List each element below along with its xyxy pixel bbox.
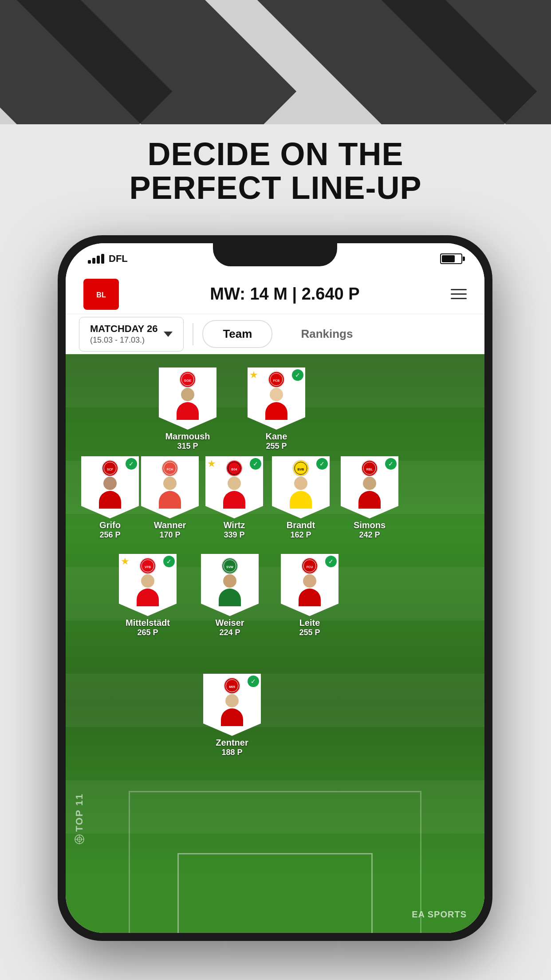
player-silhouette-wanner [159,477,181,509]
check-icon-wirtz: ✓ [250,458,261,470]
top11-text: TOP 11 [74,793,85,832]
ea-sports-logo: EA SPORTS [412,909,467,920]
svg-text:FCU: FCU [307,565,313,569]
player-silhouette-leite [299,574,321,606]
check-icon-kane: ✓ [292,369,303,381]
top11-label: TOP 11 [74,793,85,844]
player-card-zentner: M05 ✓ Zentner 188 P [197,674,268,757]
field-area: SGE Marmoush 315 P ★ [66,354,484,933]
player-points-weiser: 224 P [219,628,240,637]
headline-line1: DECIDE ON THE [0,138,551,171]
player-name-brandt: Brandt [287,520,315,530]
player-card-mittelstaedt: ★ VFB ✓ Mittelstädt 265 P [112,554,183,637]
player-silhouette-zentner [221,694,243,726]
player-silhouette-mittelstaedt [137,574,159,606]
club-logo-vfb: VFB [139,557,156,574]
tab-rankings[interactable]: Rankings [281,321,372,347]
card-badge-wanner: FCH [141,456,199,518]
player-card-brandt: BVB ✓ Brandt 162 P [265,456,336,540]
player-card-wanner: FCH Wanner 170 P [134,456,205,540]
player-points-simons: 242 P [359,530,380,540]
player-silhouette-kane [265,388,287,420]
player-name-zentner: Zentner [216,738,248,748]
player-card-kane: ★ FCB ✓ Kane 255 P [241,368,312,451]
player-card-simons: RBL ✓ Simons 242 P [334,456,405,540]
svg-text:SGE: SGE [184,379,192,383]
player-name-mittelstaedt: Mittelstädt [126,618,170,628]
card-badge-grifo: SCF ✓ [81,456,139,518]
ham-line-1 [451,289,467,290]
club-logo-rb: RBL [361,460,378,477]
notch [213,243,337,266]
signal-bar-1 [88,260,91,264]
hamburger-menu[interactable] [451,289,467,299]
svg-text:BL: BL [96,291,106,299]
player-card-wirtz: ★ B04 ✓ Wirtz 339 P [199,456,270,540]
star-icon-kane: ★ [249,369,258,381]
club-logo-werder: SVW [221,557,238,574]
status-left: DFL [88,253,128,265]
app-header: BL MW: 14 M | 2.640 P [66,274,484,314]
check-icon-brandt: ✓ [316,458,328,470]
star-icon-wirtz: ★ [207,458,216,470]
card-badge-wirtz: ★ B04 ✓ [205,456,263,518]
player-points-zentner: 188 P [221,748,242,757]
svg-text:FCB: FCB [273,379,279,382]
carrier-label: DFL [109,253,128,265]
player-name-leite: Leite [299,618,320,628]
signal-bars [88,254,104,264]
check-icon-zentner: ✓ [248,676,259,687]
player-card-leite: FCU ✓ Leite 255 P [274,554,345,637]
battery-icon [440,253,462,264]
player-card-weiser: SVW Weiser 224 P [194,554,265,637]
ham-line-2 [451,293,467,295]
ea-sports-text: EA SPORTS [412,909,467,919]
card-badge-marmoush: SGE [159,368,216,430]
player-silhouette-brandt [290,477,312,509]
card-badge-kane: ★ FCB ✓ [248,368,305,430]
card-badge-leite: FCU ✓ [281,554,338,616]
player-silhouette-grifo [99,477,121,509]
club-logo-bayern: FCB [268,371,285,388]
card-badge-mittelstaedt: ★ VFB ✓ [119,554,177,616]
player-points-kane: 255 P [266,442,287,451]
tab-row: MATCHDAY 26 (15.03 - 17.03.) Team Rankin… [66,314,484,354]
card-badge-zentner: M05 ✓ [203,674,261,736]
tab-divider [193,323,193,345]
phone-frame: DFL BL MW: 14 M | 2.640 P [58,235,492,941]
matchday-selector[interactable]: MATCHDAY 26 (15.03 - 17.03.) [79,317,184,352]
player-name-grifo: Grifo [99,520,121,530]
player-points-leite: 255 P [299,628,320,637]
svg-text:SVW: SVW [226,565,233,569]
svg-text:RBL: RBL [366,468,373,471]
headline: DECIDE ON THE PERFECT LINE-UP [0,138,551,205]
player-silhouette-weiser [219,574,241,606]
signal-bar-4 [101,254,104,264]
goal-area [177,853,373,933]
grass-stripe-4 [66,674,484,727]
player-name-marmoush: Marmoush [165,431,210,442]
check-icon-leite: ✓ [325,556,337,567]
player-points-marmoush: 315 P [177,442,198,451]
player-name-simons: Simons [354,520,386,530]
signal-bar-2 [92,258,95,264]
club-logo-bvb: BVB [292,460,309,477]
club-logo-heidenheim: FCH [161,460,178,477]
battery-fill [442,255,455,262]
matchday-label: MATCHDAY 26 [90,323,157,336]
club-logo-union: FCU [301,557,318,574]
club-logo-eintracht: SGE [179,371,196,388]
headline-line2: PERFECT LINE-UP [0,171,551,205]
tab-team[interactable]: Team [202,320,272,348]
star-icon-mittelstaedt: ★ [121,556,130,567]
player-name-weiser: Weiser [215,618,244,628]
svg-text:B04: B04 [232,468,237,471]
club-logo-freiburg: SCF [102,460,118,477]
svg-text:FCH: FCH [167,468,173,471]
chevron-down-icon [164,332,173,337]
svg-text:M05: M05 [229,685,235,688]
svg-text:VFB: VFB [145,565,151,569]
player-silhouette-wirtz [223,477,245,509]
svg-text:BVB: BVB [298,468,304,471]
check-icon-simons: ✓ [385,458,397,470]
